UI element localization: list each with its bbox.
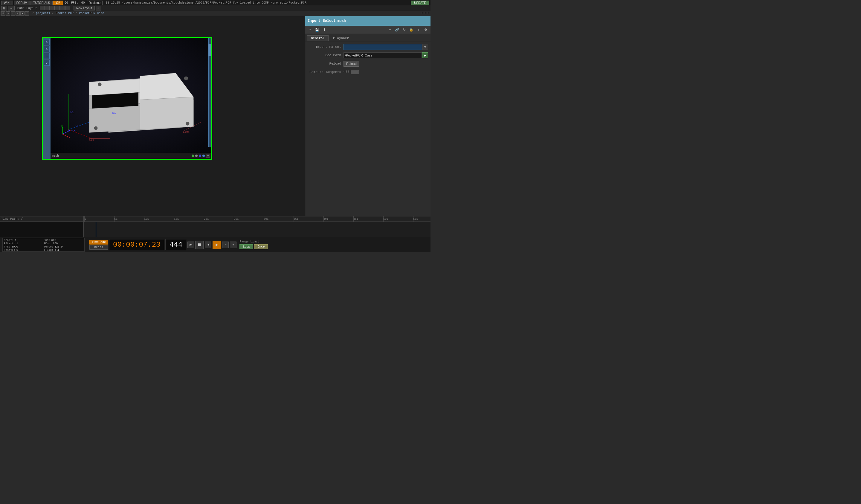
props-title: Import Select (308, 19, 336, 23)
transport-play[interactable]: ▶ (213, 241, 221, 249)
transport-stop[interactable]: ⏹ (195, 241, 204, 249)
new-layout-btn[interactable]: New Layout (73, 6, 95, 11)
ruler-line-401 (324, 216, 324, 221)
vp-tool-rotate[interactable]: ↺ (44, 60, 50, 66)
vp-tool-orbit[interactable]: ⊙ (44, 39, 50, 45)
viewport-scroll-thumb[interactable] (208, 44, 211, 56)
compute-tangents-toggle: Off (343, 70, 359, 74)
layout-btn-4[interactable] (55, 6, 60, 10)
forum-btn[interactable]: FORUM (14, 1, 30, 5)
vp-tool-pen[interactable]: ✎ (44, 46, 50, 52)
timeline-ruler[interactable]: 1 51 101 151 201 251 301 351 401 451 501… (84, 216, 430, 222)
vp-dot-3[interactable] (199, 154, 201, 157)
vp-dot-2[interactable] (195, 154, 197, 157)
props-info-btn[interactable]: ℹ (322, 27, 327, 33)
layout-btn-3[interactable] (50, 6, 55, 10)
ruler-line-201 (204, 216, 204, 221)
ruler-tick-401: 401 (324, 218, 328, 221)
props-lock-btn[interactable]: 🔒 (408, 27, 414, 33)
props-edit-btn[interactable]: ✏ (387, 27, 393, 33)
timeline-track[interactable] (84, 222, 430, 237)
viewport-bottom-bar: mesh ≡ (51, 153, 211, 159)
props-mesh-label: mesh (338, 19, 346, 23)
viewport-3d-scene: 10z 10z 10z 10z 10x 100x (51, 38, 211, 153)
page-num-3: 0 (427, 12, 429, 15)
realtime-btn[interactable]: Realtime (87, 1, 102, 5)
transport-plus[interactable]: + (230, 242, 236, 248)
geo-path-input[interactable] (343, 52, 422, 58)
add-layout-btn[interactable]: + (96, 6, 101, 11)
viewport-left-tools: ⊙ ✎ → ↺ (43, 38, 51, 159)
time-info-end: End: 600 (44, 239, 83, 242)
wiki-btn[interactable]: WIKI (1, 1, 13, 5)
ruler-line-351 (293, 216, 294, 221)
transport-skip-start[interactable]: ⏮ (188, 242, 194, 248)
geo-path-arrow-btn[interactable]: ▶ (422, 52, 428, 58)
props-tabs: General Playback (305, 34, 430, 41)
rstart-label: RStart: (4, 242, 15, 245)
import-parent-input[interactable] (343, 44, 422, 50)
range-limit-label: Range Limit (240, 240, 268, 243)
props-settings-btn[interactable]: ⚙ (423, 27, 429, 33)
fps-number: 60 (80, 1, 86, 4)
bc-link-project[interactable]: project1 (36, 12, 50, 15)
time-info-resetf: ResetF: 1 (4, 249, 43, 252)
bc-link-pocket[interactable]: Pocket_PCR (56, 12, 73, 15)
beats-toggle-btn[interactable]: Beats (90, 245, 108, 250)
oil-btn[interactable]: OI! (53, 1, 63, 5)
timecode-toggle-btn[interactable]: TimeCode (90, 240, 108, 245)
transport-bar: Start: 1 End: 600 RStart: 1 REnd: 600 FP… (0, 237, 430, 252)
compute-tangents-toggle-box[interactable] (351, 70, 359, 74)
svg-text:10z: 10z (72, 130, 77, 133)
time-info-rend: REnd: 600 (44, 242, 83, 245)
transport-step-back[interactable]: ◀ (205, 242, 211, 248)
compute-tangents-value: Off (343, 70, 350, 74)
tab-playback[interactable]: Playback (329, 35, 353, 41)
tutorials-btn[interactable]: TUTORIALS (30, 1, 53, 5)
ruler-tick-501: 501 (383, 218, 388, 221)
bc-icon-grid[interactable]: ⊞ (1, 11, 5, 15)
layout-btn-5[interactable] (60, 6, 65, 10)
layout-btn-2[interactable] (45, 6, 50, 10)
bc-icon-slash[interactable]: / (25, 11, 29, 15)
ruler-line-501 (383, 216, 384, 221)
time-info-fps: FPS: 60.0 (4, 245, 43, 248)
ruler-line-101 (144, 216, 145, 221)
vp-tool-move[interactable]: → (44, 53, 50, 59)
svg-point-13 (94, 126, 97, 130)
layout-btn-1[interactable] (40, 6, 44, 10)
update-btn[interactable]: UPDATE (411, 1, 429, 5)
props-refresh-btn[interactable]: ↻ (401, 27, 407, 33)
props-save-btn[interactable]: 💾 (314, 27, 320, 33)
svg-text:10x: 10x (90, 139, 94, 142)
import-parent-label: Import Parent (308, 45, 343, 49)
toolbar-icon2[interactable]: → (8, 6, 15, 11)
transport-minus[interactable]: − (222, 242, 229, 248)
layout-btn-6[interactable] (65, 6, 70, 10)
props-help-btn[interactable]: ? (307, 27, 313, 33)
toolbar-icon1[interactable]: ⊞ (1, 6, 7, 11)
props-toolbar: ? 💾 ℹ ✏ 🔗 ↻ 🔒 + ⚙ (305, 26, 430, 34)
bc-icon-star[interactable]: ★ (20, 11, 25, 15)
viewport-right-scrollbar[interactable] (208, 38, 211, 147)
props-add-btn[interactable]: + (415, 27, 422, 33)
once-btn[interactable]: Once (254, 244, 268, 249)
tab-general[interactable]: General (307, 35, 329, 41)
bc-icon-up[interactable]: ↑ (11, 11, 15, 15)
import-parent-browse-btn[interactable]: ▼ (422, 44, 428, 50)
bc-icon-add[interactable]: + (16, 11, 20, 15)
svg-point-11 (98, 82, 101, 86)
vp-dot-1[interactable] (192, 154, 194, 157)
svg-text:x: x (69, 136, 70, 139)
vp-menu-btn[interactable]: ≡ (206, 154, 210, 158)
bc-link-case[interactable]: PocketPCR_Case (79, 12, 104, 15)
ruler-tick-351: 351 (293, 218, 298, 221)
viewport-3d[interactable]: 10z 10z 10z 10z 10x 100x (51, 38, 211, 153)
vp-dot-4[interactable] (202, 154, 205, 157)
reload-btn[interactable]: Reload (343, 61, 359, 67)
loop-btn[interactable]: Loop (240, 244, 253, 249)
second-toolbar: ⊞ → Pane Layout New Layout + (0, 5, 430, 11)
props-header: Import Select mesh (305, 16, 430, 26)
props-link-btn[interactable]: 🔗 (394, 27, 400, 33)
bc-icon-back[interactable]: → (6, 11, 10, 15)
